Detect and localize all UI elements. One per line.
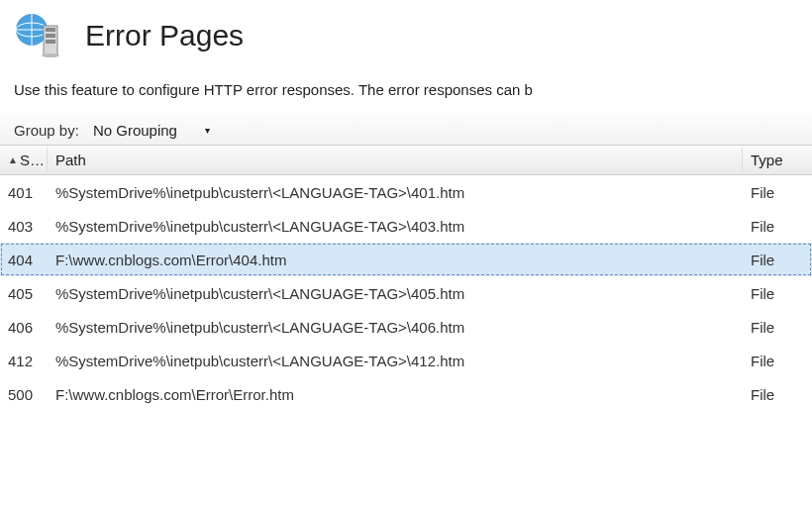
group-by-label: Group by: <box>14 122 79 139</box>
cell-type: File <box>743 214 812 239</box>
cell-status: 412 <box>0 349 48 373</box>
cell-status: 403 <box>0 214 48 239</box>
table-row[interactable]: 500F:\www.cnblogs.com\Error\Error.htmFil… <box>0 377 812 411</box>
column-header-type[interactable]: Type <box>743 148 812 172</box>
table-row[interactable]: 412%SystemDrive%\inetpub\custerr\<LANGUA… <box>0 344 812 377</box>
svg-rect-4 <box>46 34 55 38</box>
column-header-path[interactable]: Path <box>48 148 743 172</box>
column-label-status: S… <box>20 152 45 168</box>
cell-status: 500 <box>0 382 48 407</box>
table-row[interactable]: 403%SystemDrive%\inetpub\custerr\<LANGUA… <box>0 209 812 243</box>
cell-path: F:\www.cnblogs.com\Error\Error.htm <box>48 382 743 407</box>
group-by-value: No Grouping <box>93 122 177 139</box>
cell-status: 401 <box>0 180 48 205</box>
column-header-status[interactable]: ▲ S… <box>0 148 48 172</box>
table-row[interactable]: 401%SystemDrive%\inetpub\custerr\<LANGUA… <box>0 175 812 209</box>
cell-status: 406 <box>0 315 48 340</box>
cell-status: 404 <box>0 248 48 272</box>
cell-path: %SystemDrive%\inetpub\custerr\<LANGUAGE-… <box>48 281 743 306</box>
svg-rect-5 <box>46 40 55 44</box>
cell-path: %SystemDrive%\inetpub\custerr\<LANGUAGE-… <box>48 315 743 340</box>
svg-rect-3 <box>46 28 55 32</box>
cell-type: File <box>743 315 812 340</box>
table-header: ▲ S… Path Type <box>0 146 812 175</box>
cell-type: File <box>743 180 812 205</box>
sort-asc-icon: ▲ <box>8 154 18 165</box>
errorpages-icon <box>10 8 65 63</box>
cell-path: F:\www.cnblogs.com\Error\404.htm <box>48 248 743 272</box>
page-description: Use this feature to configure HTTP error… <box>0 81 812 112</box>
page-header: Error Pages <box>0 0 812 81</box>
cell-type: File <box>743 281 812 306</box>
cell-type: File <box>743 248 812 272</box>
group-bar: Group by: No Grouping ▾ <box>0 112 812 146</box>
table-row[interactable]: 406%SystemDrive%\inetpub\custerr\<LANGUA… <box>0 310 812 344</box>
cell-path: %SystemDrive%\inetpub\custerr\<LANGUAGE-… <box>48 214 743 239</box>
group-by-select[interactable]: No Grouping ▾ <box>89 122 214 139</box>
page-title: Error Pages <box>85 19 244 52</box>
error-pages-table: ▲ S… Path Type 401%SystemDrive%\inetpub\… <box>0 146 812 411</box>
cell-status: 405 <box>0 281 48 306</box>
svg-point-6 <box>42 53 59 57</box>
chevron-down-icon: ▾ <box>205 125 210 136</box>
cell-type: File <box>743 349 812 373</box>
cell-type: File <box>743 382 812 407</box>
cell-path: %SystemDrive%\inetpub\custerr\<LANGUAGE-… <box>48 349 743 373</box>
cell-path: %SystemDrive%\inetpub\custerr\<LANGUAGE-… <box>48 180 743 205</box>
table-row[interactable]: 405%SystemDrive%\inetpub\custerr\<LANGUA… <box>0 276 812 310</box>
table-row[interactable]: 404F:\www.cnblogs.com\Error\404.htmFile <box>0 243 812 276</box>
